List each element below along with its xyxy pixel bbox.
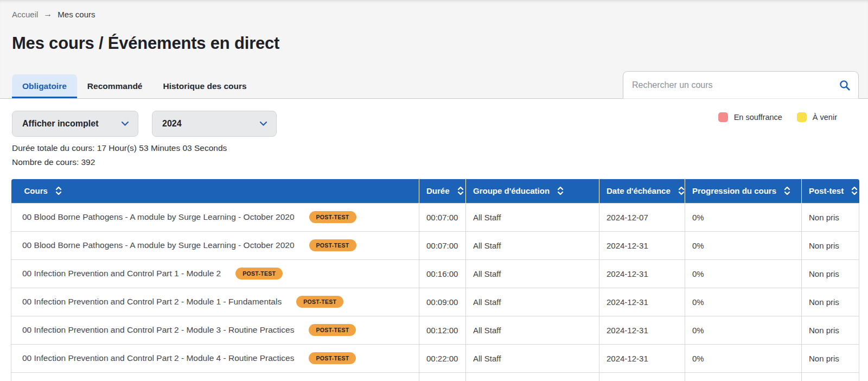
course-title-link[interactable]: 00 Infection Prevention and Control Part… xyxy=(22,297,282,307)
column-header-post-test[interactable]: Post-test xyxy=(802,179,859,203)
education-group: All Staff xyxy=(466,259,599,288)
chevron-down-icon xyxy=(121,121,129,126)
main-content: Afficher incomplet 2024 En souffrance À … xyxy=(0,99,868,381)
course-progress: 0% xyxy=(685,259,802,288)
course-duration: 00:12:00 xyxy=(419,316,466,344)
column-label: Progression du cours xyxy=(692,186,776,195)
due-date: 2024-12-31 xyxy=(599,316,685,344)
posttest-status: Non pris xyxy=(802,316,859,344)
due-date: 2024-12-07 xyxy=(599,203,685,231)
table-row[interactable]: 00 Infection Prevention and Control Part… xyxy=(11,344,859,372)
tab-bar: Obligatoire Recommandé Historique des co… xyxy=(12,74,257,98)
sort-icon[interactable] xyxy=(784,186,790,195)
tab-historique-des-cours[interactable]: Historique des cours xyxy=(152,74,257,98)
column-header-cours[interactable]: Cours xyxy=(11,179,419,203)
page-title: Mes cours / Événements en direct xyxy=(12,34,279,53)
course-progress: 0% xyxy=(685,231,802,259)
breadcrumb-arrow-icon: → xyxy=(43,9,52,19)
table-header-row: Cours Durée Groupe d'éducation xyxy=(11,179,859,203)
page-header: Accueil → Mes cours Mes cours / Événemen… xyxy=(0,0,868,99)
course-duration: 00:09:00 xyxy=(419,288,466,316)
post-test-badge: POST-TEST xyxy=(296,296,343,308)
column-label: Groupe d'éducation xyxy=(473,186,550,195)
posttest-status: Non pris xyxy=(802,344,859,372)
table-row[interactable]: 00 Blood Borne Pathogens - A module by S… xyxy=(11,203,859,231)
table-row[interactable]: 00 Infection Prevention and Control Part… xyxy=(11,288,859,316)
course-title-link[interactable]: 00 Blood Borne Pathogens - A module by S… xyxy=(22,212,295,222)
search-input[interactable] xyxy=(632,80,839,90)
breadcrumb: Accueil → Mes cours xyxy=(12,9,95,19)
chevron-down-icon xyxy=(259,121,267,126)
course-duration: 00:07:00 xyxy=(419,231,466,259)
tab-obligatoire[interactable]: Obligatoire xyxy=(12,74,77,98)
post-test-badge: POST-TEST xyxy=(309,211,356,223)
legend-item-upcoming: À venir xyxy=(797,112,837,122)
course-title-link[interactable]: 00 Infection Prevention and Control Part… xyxy=(22,269,221,278)
course-title-link[interactable]: 00 Infection Prevention and Control Part… xyxy=(22,325,294,335)
due-date: 2024-12-31 xyxy=(599,344,685,372)
course-summary: Durée totale du cours: 17 Hour(s) 53 Min… xyxy=(12,141,868,169)
post-test-badge: POST-TEST xyxy=(235,268,283,280)
table-row[interactable]: 00 Infection Prevention and Control Part… xyxy=(11,259,859,288)
education-group: All Staff xyxy=(466,288,599,316)
education-group: All Staff xyxy=(466,316,599,344)
sort-icon[interactable] xyxy=(55,186,62,195)
upcoming-label: À venir xyxy=(813,113,837,122)
column-header-date-echeance[interactable]: Date d'échéance xyxy=(599,179,685,203)
education-group: All Staff xyxy=(466,344,599,372)
due-date: 2024-12-31 xyxy=(599,259,685,288)
course-progress: 0% xyxy=(685,344,802,372)
post-test-badge: POST-TEST xyxy=(309,352,356,364)
course-progress: 0% xyxy=(685,316,802,344)
due-date: 2024-12-31 xyxy=(599,288,685,316)
due-date: 2024-12-31 xyxy=(599,231,685,259)
column-label: Durée xyxy=(426,186,450,195)
search-button[interactable] xyxy=(839,79,851,91)
course-progress: 0% xyxy=(685,203,802,231)
course-duration: 00:07:00 xyxy=(419,203,466,231)
breadcrumb-home-link[interactable]: Accueil xyxy=(12,10,38,19)
course-duration: 00:22:00 xyxy=(419,344,466,372)
education-group: All Staff xyxy=(466,203,599,231)
year-filter-value: 2024 xyxy=(162,119,182,129)
course-title-link[interactable]: 00 Infection Prevention and Control Part… xyxy=(22,353,294,363)
posttest-status: Non pris xyxy=(802,288,859,316)
total-duration-text: Durée totale du cours: 17 Hour(s) 53 Min… xyxy=(12,141,868,155)
column-label: Post-test xyxy=(809,186,844,195)
overdue-swatch xyxy=(718,112,728,122)
overdue-label: En souffrance xyxy=(734,113,782,122)
table-row-partial xyxy=(11,372,859,381)
courses-table: Cours Durée Groupe d'éducation xyxy=(11,179,859,381)
course-count-text: Nombre de cours: 392 xyxy=(12,155,868,169)
posttest-status: Non pris xyxy=(802,231,859,259)
posttest-status: Non pris xyxy=(802,259,859,288)
tab-recommande[interactable]: Recommandé xyxy=(77,74,153,98)
column-label: Date d'échéance xyxy=(607,186,671,195)
posttest-status: Non pris xyxy=(802,203,859,231)
education-group: All Staff xyxy=(466,231,599,259)
column-header-duree[interactable]: Durée xyxy=(419,179,466,203)
column-label: Cours xyxy=(24,186,48,195)
sort-icon[interactable] xyxy=(678,186,685,195)
post-test-badge: POST-TEST xyxy=(309,239,356,251)
completion-filter-value: Afficher incomplet xyxy=(22,119,98,129)
upcoming-swatch xyxy=(797,112,807,122)
legend-item-overdue: En souffrance xyxy=(718,112,782,122)
table-row[interactable]: 00 Blood Borne Pathogens - A module by S… xyxy=(11,231,859,259)
course-duration: 00:16:00 xyxy=(419,259,466,288)
sort-icon[interactable] xyxy=(457,186,464,195)
course-progress: 0% xyxy=(685,288,802,316)
post-test-badge: POST-TEST xyxy=(309,324,356,336)
status-legend: En souffrance À venir xyxy=(718,112,837,122)
column-header-progression[interactable]: Progression du cours xyxy=(685,179,802,203)
search-icon xyxy=(839,79,851,91)
year-filter-select[interactable]: 2024 xyxy=(152,111,277,137)
course-search xyxy=(623,71,859,99)
course-title-link[interactable]: 00 Blood Borne Pathogens - A module by S… xyxy=(22,240,295,250)
table-row[interactable]: 00 Infection Prevention and Control Part… xyxy=(11,316,859,344)
column-header-groupe-education[interactable]: Groupe d'éducation xyxy=(466,179,599,203)
sort-icon[interactable] xyxy=(851,186,858,195)
breadcrumb-current: Mes cours xyxy=(58,10,95,19)
sort-icon[interactable] xyxy=(557,186,564,195)
completion-filter-select[interactable]: Afficher incomplet xyxy=(12,111,138,137)
